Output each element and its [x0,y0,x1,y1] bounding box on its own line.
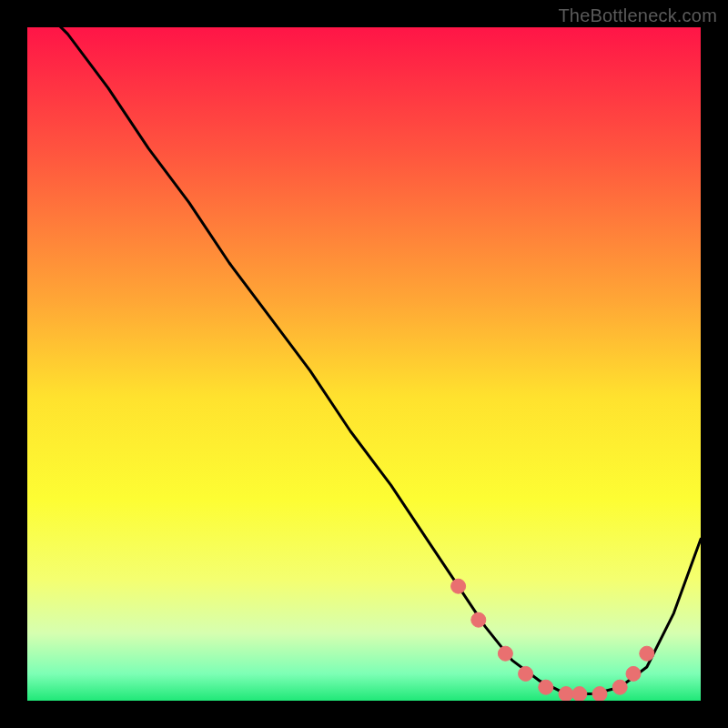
marker-group [451,579,654,701]
chart-overlay [27,27,701,701]
marker-point [640,646,654,661]
plot-area [27,27,701,701]
marker-point [592,687,607,701]
marker-point [471,612,486,627]
marker-point [572,687,587,701]
marker-point [519,666,533,681]
marker-point [498,646,512,661]
marker-point [626,666,641,681]
marker-point [451,579,466,593]
marker-point [612,680,627,694]
watermark-text: TheBottleneck.com [558,5,717,26]
marker-point [559,687,573,701]
marker-point [539,680,553,694]
chart-stage: TheBottleneck.com [0,0,728,728]
bottleneck-curve [27,27,701,694]
